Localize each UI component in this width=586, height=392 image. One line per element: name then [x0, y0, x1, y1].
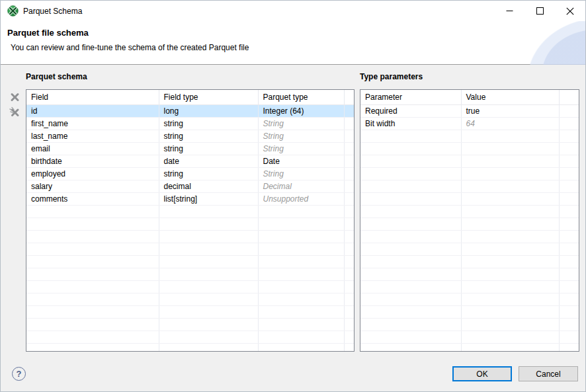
- help-icon: ?: [17, 369, 22, 379]
- cell-field-type[interactable]: string: [159, 117, 258, 130]
- column-header-filler: [559, 90, 579, 104]
- maximize-button[interactable]: [524, 1, 555, 21]
- cell-field-type[interactable]: list[string]: [159, 192, 258, 205]
- ok-button[interactable]: OK: [452, 366, 512, 381]
- title-bar[interactable]: Parquet Schema: [1, 1, 585, 21]
- cell-field[interactable]: email: [26, 142, 159, 155]
- cell-field-type[interactable]: string: [159, 142, 258, 155]
- table-row[interactable]: birthdatedateDate: [26, 155, 354, 167]
- remove-field-button[interactable]: [9, 91, 21, 102]
- empty-row: [26, 255, 354, 268]
- window-title: Parquet Schema: [23, 7, 82, 16]
- parquet-schema-dialog: Parquet Schema Parquet file schema You c…: [0, 0, 586, 392]
- minimize-button[interactable]: [494, 1, 524, 21]
- minimize-icon: [506, 7, 513, 15]
- empty-row: [360, 230, 579, 243]
- table-row[interactable]: emailstringString: [26, 142, 354, 155]
- cell-field[interactable]: id: [26, 104, 159, 117]
- empty-row: [360, 343, 579, 352]
- empty-row: [360, 268, 579, 280]
- cell-field[interactable]: birthdate: [26, 155, 159, 167]
- table-row[interactable]: commentslist[string]Unsupported: [26, 192, 354, 205]
- cell-filler: [559, 104, 579, 117]
- column-header-parameter[interactable]: Parameter: [360, 90, 461, 104]
- cell-filler: [344, 192, 354, 205]
- parameters-table-header: Parameter Value: [360, 90, 579, 104]
- empty-row: [360, 192, 579, 205]
- params-table-body: RequiredtrueBit width64: [360, 104, 579, 352]
- empty-row: [26, 343, 354, 352]
- cell-filler: [344, 180, 354, 192]
- remove-all-fields-button[interactable]: [9, 106, 21, 118]
- column-header-value[interactable]: Value: [461, 90, 559, 104]
- table-row[interactable]: Bit width64: [360, 117, 579, 130]
- empty-row: [26, 230, 354, 243]
- cell-filler: [344, 155, 354, 167]
- empty-row: [360, 205, 579, 217]
- parameters-table: Parameter Value RequiredtrueBit width64: [360, 89, 579, 352]
- cell-field-type[interactable]: string: [159, 130, 258, 142]
- page-title: Parquet file schema: [7, 28, 89, 38]
- empty-row: [26, 280, 354, 293]
- remove-all-icon: [9, 106, 20, 117]
- cell-parquet-type[interactable]: Integer (64): [258, 104, 344, 117]
- cell-field[interactable]: employed: [26, 167, 159, 180]
- cell-parquet-type[interactable]: String: [258, 117, 344, 130]
- cell-filler: [344, 130, 354, 142]
- empty-row: [26, 318, 354, 331]
- cancel-button[interactable]: Cancel: [519, 366, 578, 381]
- empty-row: [26, 217, 354, 230]
- close-button[interactable]: [555, 1, 585, 21]
- empty-row: [360, 305, 579, 318]
- empty-row: [26, 305, 354, 318]
- empty-row: [26, 268, 354, 280]
- cell-parquet-type[interactable]: Date: [258, 155, 344, 167]
- cell-parameter[interactable]: Bit width: [360, 117, 461, 130]
- empty-row: [360, 255, 579, 268]
- table-row[interactable]: first_namestringString: [26, 117, 354, 130]
- dialog-body: Parquet schema Type parameters: [1, 65, 585, 391]
- cell-parquet-type[interactable]: Decimal: [258, 180, 344, 192]
- empty-row: [360, 167, 579, 180]
- cell-field[interactable]: salary: [26, 180, 159, 192]
- cell-parquet-type[interactable]: String: [258, 167, 344, 180]
- table-row[interactable]: employedstringString: [26, 167, 354, 180]
- cell-field-type[interactable]: decimal: [159, 180, 258, 192]
- empty-row: [360, 243, 579, 255]
- cell-parameter[interactable]: Required: [360, 104, 461, 117]
- empty-row: [26, 293, 354, 305]
- cell-parquet-type[interactable]: String: [258, 142, 344, 155]
- empty-row: [360, 142, 579, 155]
- cell-value[interactable]: 64: [461, 117, 559, 130]
- empty-row: [360, 280, 579, 293]
- cell-parquet-type[interactable]: Unsupported: [258, 192, 344, 205]
- table-row[interactable]: Requiredtrue: [360, 104, 579, 117]
- empty-row: [360, 293, 579, 305]
- column-header-field-type[interactable]: Field type: [159, 90, 258, 104]
- cell-field[interactable]: last_name: [26, 130, 159, 142]
- cell-filler: [559, 117, 579, 130]
- cell-field-type[interactable]: string: [159, 167, 258, 180]
- table-row[interactable]: idlongInteger (64): [26, 104, 354, 117]
- schema-table-header: Field Field type Parquet type: [26, 90, 354, 104]
- maximize-icon: [536, 7, 544, 15]
- parameters-panel-label: Type parameters: [360, 72, 423, 81]
- help-button[interactable]: ?: [12, 367, 26, 381]
- table-row[interactable]: last_namestringString: [26, 130, 354, 142]
- column-header-parquet-type[interactable]: Parquet type: [258, 90, 344, 104]
- column-header-field[interactable]: Field: [26, 90, 159, 104]
- empty-row: [26, 331, 354, 343]
- empty-row: [360, 318, 579, 331]
- schema-table: Field Field type Parquet type idlongInte…: [26, 89, 355, 352]
- empty-row: [360, 217, 579, 230]
- cell-value[interactable]: true: [461, 104, 559, 117]
- cell-field[interactable]: comments: [26, 192, 159, 205]
- cell-parquet-type[interactable]: String: [258, 130, 344, 142]
- cell-field-type[interactable]: long: [159, 104, 258, 117]
- cell-field[interactable]: first_name: [26, 117, 159, 130]
- remove-icon: [10, 92, 20, 102]
- cell-field-type[interactable]: date: [159, 155, 258, 167]
- table-row[interactable]: salarydecimalDecimal: [26, 180, 354, 192]
- page-description: You can review and fine-tune the schema …: [11, 43, 249, 52]
- parquet-node-icon: [7, 5, 19, 17]
